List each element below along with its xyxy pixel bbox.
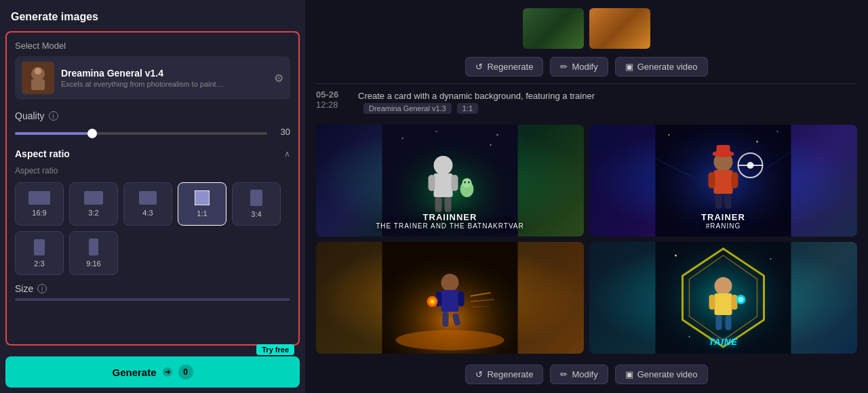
regenerate-icon-top: ↺ — [475, 62, 483, 72]
svg-point-27 — [468, 182, 470, 184]
try-free-badge: Try free — [256, 344, 294, 355]
aspect-label-3-2: 3:2 — [88, 209, 98, 217]
aspect-label-9-16: 9:16 — [86, 260, 100, 268]
modify-button-top[interactable]: ✏ Modify — [550, 57, 608, 77]
svg-point-25 — [462, 178, 472, 188]
svg-rect-52 — [458, 291, 465, 306]
aspect-ratio-sublabel: Aspect ratio — [15, 166, 290, 175]
game-label-1: TRAIINNER THE TRAINER AND THE BATNAKRTVA… — [316, 212, 584, 230]
aspect-icon-2-3 — [34, 239, 45, 255]
game-image-4[interactable]: Taine — [589, 242, 857, 354]
game-image-1[interactable]: TRAIINNER THE TRAINER AND THE BATNAKRTVA… — [316, 125, 584, 236]
regenerate-button-bottom[interactable]: ↺ Regenerate — [465, 365, 543, 384]
svg-rect-19 — [434, 173, 453, 197]
aspect-label-16-9: 16:9 — [32, 209, 46, 217]
panel-title: Generate images — [0, 0, 305, 31]
regenerate-button-top[interactable]: ↺ Regenerate — [465, 57, 543, 77]
game-image-2[interactable]: TRAINER #RANING — [589, 125, 857, 236]
generate-button[interactable]: Generate 0 — [5, 356, 300, 388]
svg-rect-70 — [709, 295, 715, 310]
aspect-label-4-3: 4:3 — [142, 209, 153, 217]
svg-rect-20 — [429, 175, 435, 191]
svg-point-16 — [490, 144, 492, 146]
aspect-label-1-1: 1:1 — [197, 209, 207, 218]
settings-icon[interactable]: ⚙ — [274, 72, 283, 85]
regenerate-icon-bottom: ↺ — [475, 369, 483, 379]
right-panel: ↺ Regenerate ✏ Modify ▣ Generate video 0… — [305, 0, 868, 393]
timestamp-time: 12:28 — [316, 100, 350, 110]
modify-label-top: Modify — [572, 62, 597, 72]
svg-point-45 — [747, 162, 754, 169]
model-info: Dreamina General v1.4 Excels at everythi… — [61, 68, 267, 88]
svg-rect-8 — [250, 190, 262, 206]
left-panel: Generate images Select Model Dreamina Ge… — [0, 0, 305, 393]
game-sublabel-1: THE TRAINER AND THE BATNAKRTVAR — [316, 222, 584, 230]
aspect-btn-4-3[interactable]: 4:3 — [123, 182, 172, 226]
aspect-btn-3-2[interactable]: 3:2 — [69, 182, 118, 226]
aspect-btn-9-16[interactable]: 9:16 — [69, 231, 118, 275]
size-label: Size — [15, 283, 33, 294]
game-label-2: TRAINER #RANING — [589, 212, 857, 230]
svg-rect-23 — [445, 197, 452, 212]
generate-label: Generate — [112, 367, 156, 378]
svg-rect-71 — [732, 295, 738, 310]
svg-point-49 — [441, 274, 459, 291]
modify-icon-bottom: ✏ — [560, 369, 568, 379]
svg-point-31 — [756, 141, 758, 143]
generate-video-button-top[interactable]: ▣ Generate video — [615, 57, 708, 77]
game-image-3[interactable] — [316, 242, 584, 354]
generate-video-label-bottom: Generate video — [637, 369, 698, 379]
svg-rect-2 — [31, 79, 45, 90]
svg-point-3 — [35, 68, 41, 75]
svg-rect-36 — [714, 170, 733, 194]
thumb-image-2[interactable] — [589, 8, 650, 49]
timestamp-date: 05-26 — [316, 89, 350, 100]
model-card[interactable]: Dreamina General v1.4 Excels at everythi… — [15, 56, 290, 100]
svg-point-66 — [770, 258, 772, 260]
quality-value: 30 — [274, 127, 290, 137]
video-icon-top: ▣ — [625, 62, 633, 72]
svg-rect-39 — [715, 194, 722, 209]
size-bar — [15, 298, 290, 301]
aspect-btn-1-1[interactable]: 1:1 — [178, 182, 226, 226]
svg-rect-42 — [717, 145, 730, 154]
aspect-ratio-grid: 16:9 3:2 4:3 1:1 — [15, 182, 290, 275]
prompt-tags: Dreamina General v1.3 1:1 — [358, 103, 857, 114]
svg-rect-10 — [89, 239, 98, 255]
chevron-up-icon[interactable]: ∧ — [284, 149, 290, 159]
video-icon-bottom: ▣ — [625, 369, 633, 379]
size-info-icon[interactable]: i — [37, 284, 47, 293]
svg-point-26 — [464, 182, 466, 184]
aspect-btn-3-4[interactable]: 3:4 — [232, 182, 281, 226]
model-name: Dreamina General v1.4 — [61, 68, 267, 79]
svg-rect-37 — [709, 172, 715, 188]
bottom-area: Try free Generate 0 — [0, 351, 305, 393]
svg-rect-75 — [726, 315, 732, 330]
quality-info-icon[interactable]: i — [49, 111, 58, 121]
aspect-btn-16-9[interactable]: 16:9 — [15, 182, 64, 226]
generate-video-button-bottom[interactable]: ▣ Generate video — [615, 365, 708, 384]
regenerate-label-top: Regenerate — [487, 62, 533, 72]
svg-rect-5 — [84, 191, 103, 205]
bordered-section: Select Model Dreamina General v1.4 Excel… — [5, 31, 300, 346]
svg-rect-74 — [716, 315, 722, 330]
top-action-bar: ↺ Regenerate ✏ Modify ▣ Generate video — [316, 54, 857, 83]
quality-slider[interactable] — [15, 132, 267, 135]
prompt-row: 05-26 12:28 Create a card with a dynamic… — [316, 83, 857, 119]
svg-point-73 — [738, 297, 744, 302]
svg-point-32 — [777, 131, 778, 132]
svg-rect-9 — [34, 239, 45, 255]
aspect-icon-4-3 — [139, 191, 157, 205]
aspect-ratio-title: Aspect ratio — [15, 148, 70, 159]
game-label-4: Taine — [589, 337, 857, 347]
quality-label: Quality — [15, 110, 45, 121]
thumb-image-1[interactable] — [523, 8, 584, 49]
quality-row: Quality i — [15, 110, 290, 121]
svg-point-15 — [436, 131, 437, 132]
aspect-btn-2-3[interactable]: 2:3 — [15, 231, 64, 275]
quality-slider-container — [15, 125, 267, 138]
regenerate-label-bottom: Regenerate — [487, 369, 533, 379]
ratio-tag: 1:1 — [457, 103, 478, 114]
svg-rect-7 — [195, 190, 210, 205]
modify-button-bottom[interactable]: ✏ Modify — [550, 365, 608, 384]
